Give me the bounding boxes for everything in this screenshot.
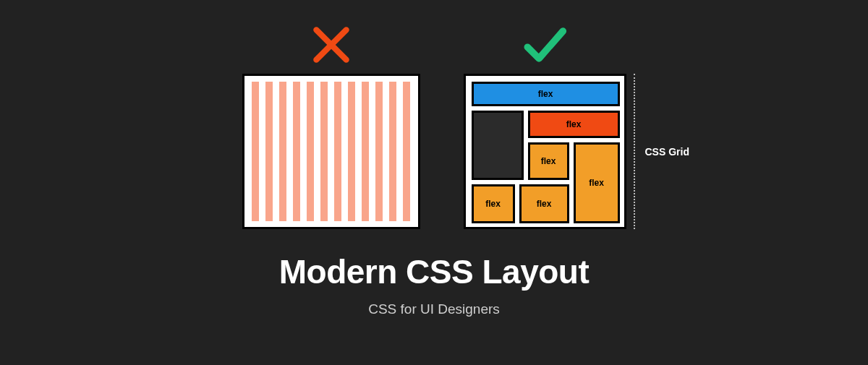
right-example-box: flex flex flex flex flex flex xyxy=(464,74,626,229)
cross-icon xyxy=(309,16,354,74)
diagram-root: flex flex flex flex flex flex CSS xyxy=(0,0,868,365)
wrong-column xyxy=(242,16,420,229)
css-grid-annotation: CSS Grid xyxy=(626,74,689,229)
column-stripe xyxy=(320,82,328,221)
annotation-label: CSS Grid xyxy=(645,146,689,158)
flex-region-bottom-left: flex xyxy=(472,184,515,223)
annotation-rule xyxy=(634,74,635,229)
wrong-example-box xyxy=(242,74,420,229)
dark-region xyxy=(472,111,524,180)
column-stripe xyxy=(279,82,286,221)
column-stripe xyxy=(307,82,314,221)
column-stripe xyxy=(252,82,259,221)
column-stripe xyxy=(265,82,273,221)
column-stripe xyxy=(389,82,396,221)
column-stripe xyxy=(403,82,410,221)
column-stripe xyxy=(362,82,369,221)
figure-row: flex flex flex flex flex flex CSS xyxy=(242,16,626,229)
page-title: Modern CSS Layout xyxy=(279,252,590,291)
flex-region-mid-left: flex xyxy=(528,142,569,180)
column-stripe xyxy=(375,82,383,221)
column-stripe xyxy=(293,82,300,221)
right-column: flex flex flex flex flex flex CSS xyxy=(464,16,626,229)
check-icon xyxy=(517,16,572,74)
flex-region-row2: flex xyxy=(528,111,620,138)
page-subtitle: CSS for UI Designers xyxy=(279,301,590,317)
right-wrap: flex flex flex flex flex flex CSS xyxy=(464,74,626,229)
flex-region-bottom-mid: flex xyxy=(519,184,569,223)
column-stripe xyxy=(348,82,355,221)
caption-block: Modern CSS Layout CSS for UI Designers xyxy=(279,252,590,317)
flex-region-header: flex xyxy=(472,82,620,106)
flex-region-mid-right: flex xyxy=(574,142,620,223)
column-stripe xyxy=(334,82,341,221)
